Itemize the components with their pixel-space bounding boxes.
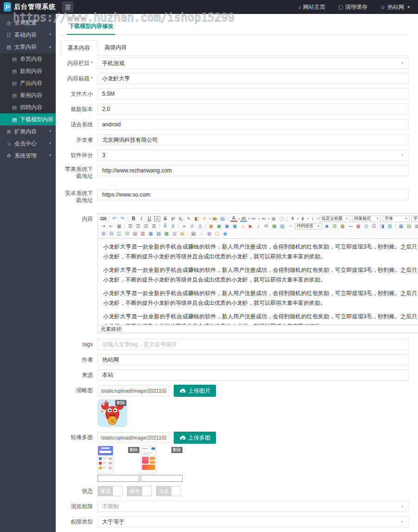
unlink-icon[interactable]: ⊘ bbox=[189, 223, 196, 230]
italic-icon[interactable]: I bbox=[138, 216, 145, 222]
delete-table-icon[interactable]: ▨ bbox=[171, 230, 178, 237]
edit-td-icon[interactable]: ▦ bbox=[413, 223, 418, 230]
column-select[interactable]: 手机游戏▼ bbox=[98, 58, 409, 69]
attachment-icon[interactable]: ✉ bbox=[263, 223, 270, 230]
help-icon[interactable]: ◉ bbox=[222, 230, 229, 237]
custom-title-select[interactable]: 自定义标题▼ bbox=[320, 216, 350, 222]
date-icon[interactable]: ▦ bbox=[355, 223, 362, 230]
horizontal-rule-icon[interactable]: — bbox=[347, 223, 354, 230]
underline-icon[interactable]: U bbox=[146, 216, 153, 222]
snapscreen-icon[interactable]: ▤ bbox=[219, 216, 226, 222]
status-toggle-头条[interactable]: 头条 bbox=[156, 486, 181, 496]
code-language-select[interactable]: 代码语言▼ bbox=[295, 223, 322, 230]
music-icon[interactable]: ♪ bbox=[255, 223, 262, 230]
sidebar-item-case[interactable]: ▤案例内容 bbox=[0, 89, 56, 101]
word-image-icon[interactable]: ◨ bbox=[379, 223, 385, 230]
rowspacing-top-icon[interactable]: ⇞ bbox=[289, 216, 296, 222]
merge-cells-icon[interactable]: ▩ bbox=[163, 230, 170, 237]
page-title[interactable]: 下载模型内容修改 bbox=[67, 18, 115, 35]
system-input[interactable] bbox=[98, 119, 409, 130]
developer-input[interactable] bbox=[98, 134, 409, 145]
tab-advanced-content[interactable]: 高级内容 bbox=[98, 40, 134, 55]
sidebar-item-product[interactable]: ▤产品内容 bbox=[0, 77, 56, 89]
nav-home[interactable]: ⌂网站主页 bbox=[298, 3, 326, 11]
delete-carousel-image-button[interactable]: 删除 bbox=[128, 447, 139, 453]
autotypeset-icon[interactable]: ▦ bbox=[116, 223, 123, 230]
search-replace-icon[interactable]: ◍ bbox=[206, 230, 213, 237]
unordered-list-icon[interactable]: ≕ bbox=[260, 216, 267, 222]
nav-clear-cache[interactable]: ▢清理缓存 bbox=[338, 3, 367, 11]
redo-icon[interactable]: ↷ bbox=[119, 216, 126, 222]
justify-center-icon[interactable]: ☲ bbox=[135, 223, 142, 230]
forecolor-icon[interactable]: A bbox=[230, 216, 237, 222]
edit-table-icon[interactable]: ▤ bbox=[405, 223, 412, 230]
gmap-icon[interactable]: ▨ bbox=[279, 223, 286, 230]
sidebar-item-member[interactable]: ☺会员中心▼ bbox=[0, 138, 56, 150]
editor-content[interactable]: 小龙虾大亨是一款全新的手机合成赚钱的软件，新人用户注册成功，会得到随机的红包奖励… bbox=[98, 239, 418, 325]
emotion-icon[interactable]: ☺ bbox=[239, 223, 246, 230]
justify-right-icon[interactable]: ☱ bbox=[143, 223, 150, 230]
carousel-sort-input[interactable] bbox=[98, 475, 139, 482]
title-input[interactable] bbox=[98, 73, 409, 84]
template-icon[interactable]: ▦ bbox=[339, 223, 346, 230]
pagebreak-icon[interactable]: ◔ bbox=[287, 223, 294, 230]
ordered-list-icon[interactable]: ≔ bbox=[250, 216, 257, 222]
upload-image-button[interactable]: 上传图片 bbox=[174, 385, 216, 397]
blockquote-icon[interactable]: 66 bbox=[211, 216, 218, 222]
sidebar-item-download-model[interactable]: ▤下载模型内容 bbox=[0, 113, 56, 125]
lowercase-icon[interactable]: â bbox=[170, 223, 176, 230]
status-toggle-推荐[interactable]: 推荐 bbox=[127, 486, 152, 496]
rating-select[interactable]: 3▼ bbox=[98, 150, 409, 161]
insert-table-icon[interactable]: ▦ bbox=[398, 223, 405, 230]
dialog-icon[interactable]: ▥ bbox=[386, 223, 393, 230]
rowspacing-bottom-icon[interactable]: ⇟ bbox=[299, 216, 306, 222]
sidebar-item-extend[interactable]: ⊞扩展内容▼ bbox=[0, 125, 56, 138]
permission-select[interactable]: 不限制▼ bbox=[98, 501, 409, 512]
split-rows-icon[interactable]: ▦ bbox=[147, 230, 154, 237]
filesize-input[interactable] bbox=[98, 88, 409, 99]
selectall-icon[interactable]: ▣ bbox=[270, 216, 277, 222]
superscript-icon[interactable]: x² bbox=[170, 216, 176, 222]
tags-input[interactable] bbox=[98, 339, 409, 350]
sidebar-item-news[interactable]: ▤新闻内容 bbox=[0, 65, 56, 77]
paragraph-format-select[interactable]: 段落格式▼ bbox=[352, 216, 381, 222]
map-icon[interactable]: ▩ bbox=[271, 223, 278, 230]
preview-icon[interactable]: ◌ bbox=[198, 230, 205, 237]
sort-table-icon[interactable]: ▤ bbox=[179, 230, 186, 237]
menu-toggle-icon[interactable]: ☰ bbox=[62, 1, 73, 13]
insert-video-icon[interactable]: ▶ bbox=[247, 223, 254, 230]
outdent-icon[interactable]: ⇤ bbox=[108, 223, 115, 230]
source-icon[interactable]: ⌨ bbox=[100, 216, 107, 222]
backcolor-icon[interactable]: ab bbox=[240, 216, 247, 222]
sidebar-item-article-content[interactable]: ▤文章内容▲ bbox=[0, 41, 56, 53]
justify-justify-icon[interactable]: ☰ bbox=[150, 223, 157, 230]
insert-code-icon[interactable]: ◙ bbox=[323, 223, 330, 230]
status-toggle-置顶[interactable]: 置顶 bbox=[98, 486, 123, 496]
undo-icon[interactable]: ↶ bbox=[111, 216, 118, 222]
link-icon[interactable]: ∞ bbox=[181, 223, 188, 230]
carousel-sort-input[interactable] bbox=[141, 475, 183, 482]
insert-image-icon[interactable]: ▣ bbox=[216, 223, 222, 230]
version-input[interactable] bbox=[98, 104, 409, 115]
insert-row-icon[interactable]: ⊞ bbox=[100, 230, 107, 237]
author-input[interactable] bbox=[98, 354, 409, 365]
uppercase-icon[interactable]: Â bbox=[162, 223, 169, 230]
time-icon[interactable]: ◷ bbox=[363, 223, 370, 230]
anchor-icon[interactable]: ⚓ bbox=[196, 223, 203, 230]
upload-multi-image-button[interactable]: 上传多图 bbox=[174, 432, 216, 444]
bold-icon[interactable]: B bbox=[130, 216, 137, 222]
split-cols-icon[interactable]: ▧ bbox=[155, 230, 162, 237]
formatmatch-icon[interactable]: ✎ bbox=[185, 216, 192, 222]
delete-col-icon[interactable]: ▥ bbox=[139, 230, 146, 237]
delete-carousel-image-button[interactable]: 删除 bbox=[171, 447, 183, 453]
cellpadding-icon[interactable]: ⊞ bbox=[331, 223, 338, 230]
sidebar-item-basic-content[interactable]: ☷基础内容▼ bbox=[0, 29, 56, 41]
document-icon[interactable]: ▢ bbox=[214, 230, 221, 237]
background-icon[interactable]: ▣ bbox=[231, 223, 238, 230]
sidebar-item-system[interactable]: ⚙系统管理▼ bbox=[0, 150, 56, 162]
font-family-select[interactable]: 字体▼ bbox=[383, 216, 410, 222]
sidebar-item-recruit[interactable]: ▤招聘内容 bbox=[0, 101, 56, 113]
delete-thumbnail-button[interactable]: 删除 bbox=[115, 400, 126, 406]
border-a-icon[interactable]: A bbox=[154, 216, 160, 222]
source-input[interactable] bbox=[98, 369, 409, 381]
